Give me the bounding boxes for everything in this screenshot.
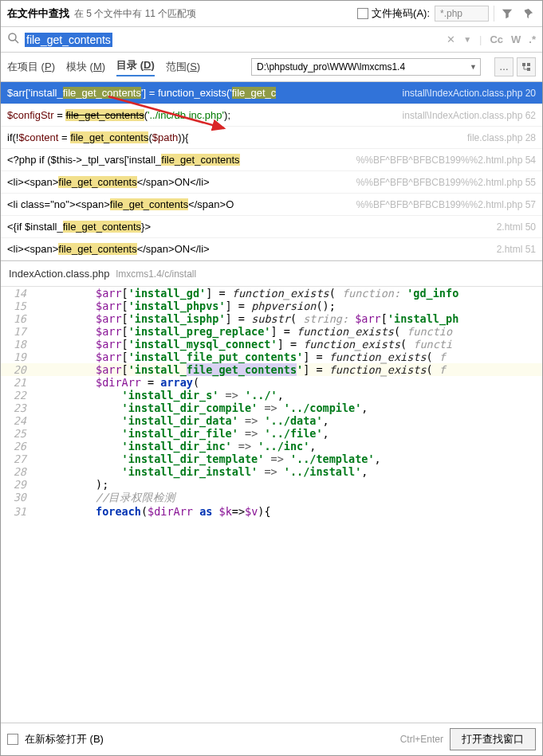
whole-word-toggle[interactable]: W — [511, 33, 521, 45]
result-row[interactable]: <li><span>file_get_contents</span>ON</li… — [1, 238, 542, 260]
code-line[interactable]: 22 'install_dir_s' => '../', — [1, 389, 542, 402]
code-line[interactable]: 23 'install_dir_compile' => '../compile'… — [1, 402, 542, 414]
tree-button[interactable] — [517, 57, 536, 76]
find-title: 在文件中查找 — [7, 6, 69, 21]
scope-tab-module[interactable]: 模块 (M) — [66, 60, 105, 74]
result-row[interactable]: <li><span>file_get_contents</span>ON</li… — [1, 171, 542, 194]
result-row[interactable]: $arr['install_file_get_contents'] = func… — [1, 82, 542, 104]
svg-rect-4 — [527, 68, 530, 71]
scope-row: 在项目 (P) 模块 (M) 目录 (D) 范围(S) ▼ … — [1, 53, 542, 82]
shortcut-hint: Ctrl+Enter — [400, 734, 443, 745]
code-line[interactable]: 15 $arr['install_phpvs'] = phpversion(); — [1, 300, 542, 312]
search-row: file_get_contents ✕ ▼ | Cc W .* — [1, 27, 542, 53]
code-line[interactable]: 21 $dirArr = array( — [1, 376, 542, 389]
filemask-label-text: 文件掩码(A): — [372, 6, 430, 21]
svg-rect-2 — [522, 63, 525, 66]
code-line[interactable]: 27 'install_dir_template' => '../templat… — [1, 452, 542, 465]
svg-line-1 — [15, 40, 18, 43]
svg-rect-3 — [527, 63, 530, 66]
filemask-checkbox[interactable] — [357, 8, 368, 19]
filemask-input[interactable] — [435, 6, 489, 22]
filemask-group[interactable]: 文件掩码(A): — [357, 6, 430, 21]
newtab-checkbox[interactable] — [7, 734, 18, 745]
code-line[interactable]: 19 $arr['install_file_put_contents'] = f… — [1, 351, 542, 363]
find-header: 在文件中查找 在 5 个文件中有 11 个匹配项 文件掩码(A): — [1, 1, 542, 27]
result-row[interactable]: if(!$content = file_get_contents($path))… — [1, 127, 542, 149]
match-count: 在 5 个文件中有 11 个匹配项 — [74, 7, 196, 21]
chevron-down-icon[interactable]: ▼ — [463, 35, 471, 44]
scope-tab-project[interactable]: 在项目 (P) — [7, 60, 55, 74]
search-results: $arr['install_file_get_contents'] = func… — [1, 82, 542, 261]
result-row[interactable]: $configStr = file_get_contents('../inc/d… — [1, 104, 542, 127]
newtab-label: 在新标签打开 (B) — [25, 732, 104, 746]
match-case-toggle[interactable]: Cc — [490, 33, 503, 45]
path-chevron-icon[interactable]: ▼ — [470, 63, 477, 71]
code-line[interactable]: 31 foreach($dirArr as $k=>$v){ — [1, 505, 542, 518]
editor-filename: IndexAction.class.php — [9, 268, 109, 280]
editor-header: IndexAction.class.php lmxcms1.4/c/instal… — [1, 261, 542, 287]
result-row[interactable]: <?php if ($this->_tpl_vars['install_file… — [1, 149, 542, 171]
scope-tab-scope[interactable]: 范围(S) — [166, 60, 200, 74]
open-find-window-button[interactable]: 打开查找窗口 — [450, 728, 536, 750]
search-icon — [7, 32, 20, 47]
bottom-bar: 在新标签打开 (B) Ctrl+Enter 打开查找窗口 — [1, 723, 542, 755]
code-line[interactable]: 29 ); — [1, 478, 542, 491]
code-line[interactable]: 24 'install_dir_data' => '../data', — [1, 414, 542, 427]
directory-path-input[interactable] — [251, 58, 481, 76]
filter-icon[interactable] — [499, 6, 515, 22]
clear-icon[interactable]: ✕ — [447, 33, 455, 45]
code-line[interactable]: 17 $arr['install_preg_replace'] = functi… — [1, 325, 542, 338]
code-line[interactable]: 18 $arr['install_mysql_connect'] = funct… — [1, 338, 542, 351]
result-row[interactable]: <li class="no"><span>file_get_contents</… — [1, 194, 542, 216]
code-line[interactable]: 20 $arr['install_file_get_contents'] = f… — [1, 363, 542, 376]
code-line[interactable]: 30 //目录权限检测 — [1, 491, 542, 505]
editor-filepath: lmxcms1.4/c/install — [116, 268, 196, 280]
regex-toggle[interactable]: .* — [529, 33, 536, 45]
code-line[interactable]: 16 $arr['install_isphp'] = substr( strin… — [1, 312, 542, 325]
code-line[interactable]: 25 'install_dir_file' => '../file', — [1, 427, 542, 440]
code-line[interactable]: 26 'install_dir_inc' => '../inc', — [1, 440, 542, 452]
search-input[interactable]: file_get_contents — [25, 33, 442, 46]
code-line[interactable]: 28 'install_dir_install' => '../install'… — [1, 465, 542, 478]
scope-tab-directory[interactable]: 目录 (D) — [116, 58, 155, 76]
code-line[interactable]: 14 $arr['install_gd'] = function_exists(… — [1, 287, 542, 300]
code-editor[interactable]: 14 $arr['install_gd'] = function_exists(… — [1, 287, 542, 723]
result-row[interactable]: <{if $install_file_get_contents}>2.html … — [1, 216, 542, 238]
pin-icon[interactable] — [520, 6, 536, 22]
browse-button[interactable]: … — [494, 57, 513, 76]
svg-point-0 — [9, 33, 16, 41]
